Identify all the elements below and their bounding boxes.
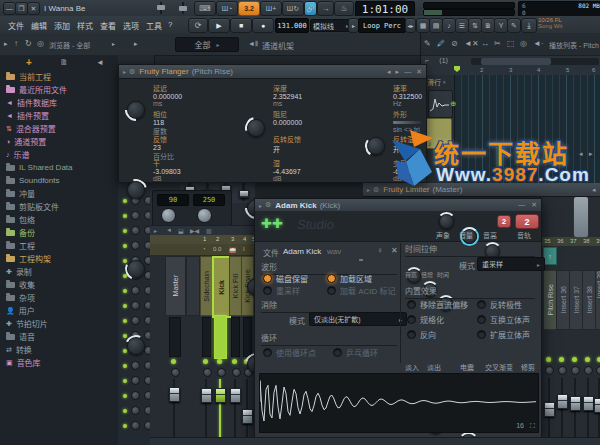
browser-item-speech[interactable]: 语音: [6, 330, 116, 343]
browser-menu-arrow-icon[interactable]: ▸: [112, 40, 115, 47]
main-pitch-slider[interactable]: [174, 2, 192, 14]
fruity-flanger-window-title[interactable]: ▸ ⚙ Fruity Flanger (Pitch Rise) ◂ ▸ — ✕: [119, 65, 426, 79]
mute-led[interactable]: [217, 359, 222, 364]
track-number[interactable]: 4: [243, 236, 246, 242]
rack-filter-selector[interactable]: 全部▸: [175, 37, 239, 52]
step-edit-toggle[interactable]: →: [317, 1, 334, 16]
browser-audition-icon[interactable]: ◄: [96, 58, 104, 67]
mixer-strip-insert[interactable]: Insert 38: [582, 270, 596, 330]
mute-led[interactable]: [203, 359, 208, 364]
refresh-icon[interactable]: ↻: [25, 39, 32, 48]
snap-selector[interactable]: 模拟线▸: [310, 19, 352, 32]
browser-item-envelopes[interactable]: 包络: [6, 213, 116, 226]
channel-enable-led[interactable]: [123, 229, 127, 233]
reverse-polarity-option[interactable]: 反转极性: [477, 299, 522, 310]
browser-item-collected[interactable]: 收集: [6, 278, 116, 291]
audio-clip-source[interactable]: ⊕: [428, 90, 453, 118]
load-regions-option[interactable]: 加载区域: [327, 273, 372, 284]
ping-pong-loop-option[interactable]: 乒乓循环: [333, 347, 378, 358]
zoom-tool-icon[interactable]: ◎: [520, 39, 527, 48]
channel-enable-led[interactable]: [123, 379, 127, 383]
preset-next-icon[interactable]: ▸: [396, 68, 400, 76]
sample-waveform-display[interactable]: 16 ⛶: [259, 373, 539, 433]
track-number[interactable]: 38: [583, 238, 590, 244]
fader-handle[interactable]: [544, 402, 555, 417]
playlist-grid[interactable]: [454, 75, 600, 190]
minimize-icon[interactable]: —: [518, 201, 525, 209]
pan-knob[interactable]: [131, 391, 140, 400]
pattern-selector[interactable]: Loop Perc: [358, 18, 406, 33]
fader-handle[interactable]: [557, 394, 568, 409]
mute-led[interactable]: [559, 357, 564, 362]
track-pan-knob[interactable]: [545, 366, 554, 375]
browser-item-clipboard-files[interactable]: 剪贴板文件: [6, 200, 116, 213]
pan-knob[interactable]: [131, 406, 140, 415]
browser-item-recent-files[interactable]: 最近所用文件: [6, 83, 116, 96]
load-acid-markers-option[interactable]: 加载 ACID 标记: [327, 285, 396, 296]
channel-enable-led[interactable]: [123, 244, 127, 248]
sample-view-icon[interactable]: ⛶: [530, 422, 535, 430]
channel-enable-led[interactable]: [123, 394, 127, 398]
mute-led[interactable]: [232, 359, 237, 364]
add-instance-icon[interactable]: ⊕: [450, 100, 456, 108]
mute-led[interactable]: [572, 357, 577, 362]
plugin-gear-icon[interactable]: ⚙: [373, 186, 379, 194]
track-pan-knob[interactable]: [171, 368, 180, 377]
depth-knob[interactable]: [247, 119, 265, 137]
blend-recording-toggle[interactable]: Ш+: [260, 1, 282, 16]
channel-enable-led[interactable]: [123, 199, 127, 203]
menu-edit[interactable]: 编辑: [31, 20, 47, 31]
browser-item-sliced-beats[interactable]: ✚节拍切片: [6, 317, 116, 330]
limiter-scrollbar[interactable]: [573, 196, 589, 238]
resample-option[interactable]: 重采样: [263, 285, 300, 296]
browser-item-impulses[interactable]: 冲量: [6, 187, 116, 200]
fader-track[interactable]: [561, 378, 563, 442]
declick-mode-selector[interactable]: 仅淡出(无扩散)▸: [309, 312, 407, 326]
pitch-range-badge[interactable]: 2: [497, 215, 511, 228]
preview-magnifier-icon[interactable]: ♀: [377, 246, 383, 255]
browser-item-il-shared-data[interactable]: IL Shared Data: [6, 161, 116, 174]
loop-recording-toggle[interactable]: Ш↻: [282, 1, 304, 16]
audition-icon[interactable]: ◄: [166, 227, 172, 233]
browser-add-icon[interactable]: +: [26, 57, 32, 68]
pattern-clip-source[interactable]: ♪ ⊕: [425, 118, 452, 149]
fader-handle[interactable]: [583, 396, 594, 411]
channel-enable-led[interactable]: [123, 304, 127, 308]
wait-input-toggle[interactable]: 🔗: [304, 1, 317, 16]
time-display[interactable]: 1:01:00: [355, 1, 415, 17]
forward-icon[interactable]: ▸: [4, 40, 8, 48]
browser-item-projects[interactable]: 工程: [6, 239, 116, 252]
track-pan-knob[interactable]: [217, 368, 226, 377]
menu-help[interactable]: ?: [168, 20, 172, 29]
mute-tool-icon[interactable]: ◄✕: [464, 39, 479, 48]
main-volume-slider[interactable]: [152, 2, 170, 14]
plugin-gear-icon[interactable]: ⚙: [265, 201, 271, 209]
keep-on-disk-option[interactable]: 磁盘保留: [263, 273, 308, 284]
track-pan-knob[interactable]: [584, 366, 593, 375]
playlist-scroll-right-icon[interactable]: ▸: [589, 150, 593, 158]
up-icon[interactable]: ↑: [14, 39, 18, 48]
browser-item-recorded[interactable]: ✚录制: [6, 265, 116, 278]
pattern-next-button[interactable]: ◂▸: [405, 18, 416, 33]
limiter-lcd-2[interactable]: 250: [193, 194, 225, 206]
dock-icon[interactable]: ⬓: [178, 227, 184, 234]
shape-slider[interactable]: [393, 121, 421, 124]
fader-handle[interactable]: [230, 388, 241, 403]
menu-view[interactable]: 查看: [100, 20, 116, 31]
fader-handle[interactable]: [201, 388, 212, 403]
pan-knob[interactable]: [131, 286, 140, 295]
browser-item-mixer-presets[interactable]: ⇅混合器预置: [6, 122, 116, 135]
device-knob[interactable]: [197, 208, 212, 223]
countdown-toggle[interactable]: Ш◔: [216, 1, 238, 16]
close-button[interactable]: ✕: [27, 2, 40, 15]
slip-tool-icon[interactable]: ↔: [481, 39, 489, 48]
channel-enable-led[interactable]: [123, 409, 127, 413]
swap-stereo-option[interactable]: 互换立体声: [477, 314, 530, 325]
play-button[interactable]: ▶: [208, 18, 230, 33]
feedback-knob[interactable]: [127, 260, 145, 278]
track-number[interactable]: 3: [231, 236, 234, 242]
piano-roll-window-button[interactable]: ▤: [429, 18, 443, 33]
channel-enable-led[interactable]: [123, 364, 127, 368]
browser-file-icon[interactable]: 🗎: [60, 58, 68, 67]
track-number[interactable]: 2: [216, 236, 219, 242]
